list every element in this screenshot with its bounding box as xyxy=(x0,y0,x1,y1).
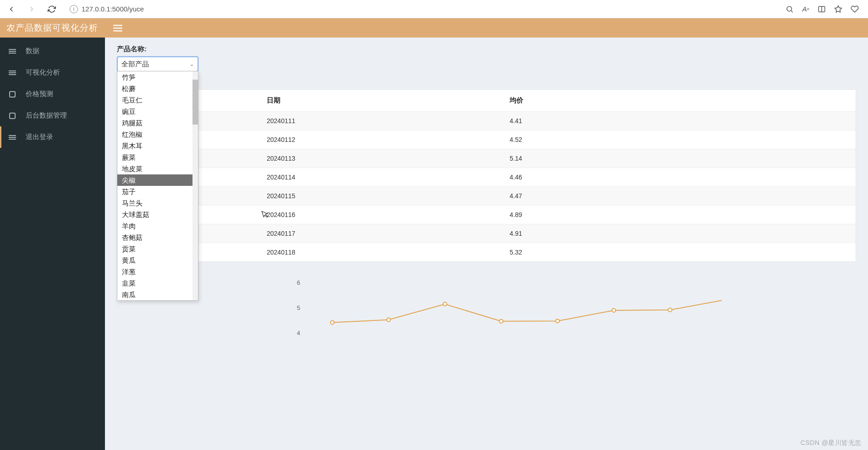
svg-point-2 xyxy=(330,320,334,324)
sidebar-item-label: 价格预测 xyxy=(26,90,53,98)
cell-date: 20240115 xyxy=(259,187,502,206)
filter-form: 产品名称: 全部产品 ⌄ 竹笋松蘑毛豆仁豌豆鸡腿菇红泡椒黑木耳蕨菜地皮菜尖椒茄子… xyxy=(117,45,856,72)
price-table: 产品名称 日期 均价 202401114.41202401124.5220240… xyxy=(117,90,856,261)
chevron-down-icon: ⌄ xyxy=(190,61,194,67)
table-row: 202401124.52 xyxy=(117,130,856,149)
dropdown-option[interactable]: 毛豆仁 xyxy=(117,94,198,106)
product-dropdown[interactable]: 竹笋松蘑毛豆仁豌豆鸡腿菇红泡椒黑木耳蕨菜地皮菜尖椒茄子马兰头大球盖菇羊肉杏鲍菇贡… xyxy=(117,71,198,301)
svg-point-7 xyxy=(612,309,615,312)
sidebar-toggle[interactable] xyxy=(112,22,124,34)
sidebar-item-admin[interactable]: 后台数据管理 xyxy=(0,105,105,126)
menu-icon xyxy=(8,69,16,77)
refresh-button[interactable] xyxy=(45,2,59,16)
cell-price: 4.46 xyxy=(502,168,856,187)
dropdown-option[interactable]: 贡菜 xyxy=(117,243,198,255)
table-row: 202401185.32 xyxy=(117,243,856,262)
cell-date: 20240116 xyxy=(259,206,502,224)
dropdown-option[interactable]: 南瓜 xyxy=(117,289,198,300)
cell-price: 4.52 xyxy=(502,130,856,149)
split-icon[interactable] xyxy=(818,5,826,13)
product-label: 产品名称: xyxy=(117,45,856,54)
sidebar-item-label: 可视化分析 xyxy=(26,68,60,77)
sidebar-item-label: 退出登录 xyxy=(26,133,53,141)
cell-price: 5.32 xyxy=(502,243,856,262)
dropdown-option[interactable]: 红泡椒 xyxy=(117,129,198,140)
menu-icon xyxy=(8,47,16,55)
table-row: 202401174.91 xyxy=(117,224,856,243)
cell-price: 4.47 xyxy=(502,187,856,206)
th-date: 日期 xyxy=(259,90,502,112)
cell-price: 4.41 xyxy=(502,112,856,130)
svg-point-5 xyxy=(500,320,503,323)
sidebar-item-forecast[interactable]: 价格预测 xyxy=(0,83,105,105)
cell-date: 20240111 xyxy=(259,112,502,130)
select-value: 全部产品 xyxy=(121,60,149,69)
app-title: 农产品数据可视化分析 xyxy=(6,22,98,34)
menu-icon xyxy=(8,133,16,141)
forward-button[interactable] xyxy=(25,2,38,16)
cell-date: 20240112 xyxy=(259,130,502,149)
dropdown-option[interactable]: 地皮菜 xyxy=(117,163,198,174)
svg-point-0 xyxy=(787,6,792,11)
read-aloud-icon[interactable]: A» xyxy=(802,5,809,13)
line-chart-svg xyxy=(309,280,722,340)
cell-date: 20240113 xyxy=(259,149,502,168)
favorite-icon[interactable] xyxy=(834,5,842,13)
cell-date: 20240114 xyxy=(259,168,502,187)
collections-icon[interactable] xyxy=(851,5,859,13)
sidebar-item-logout[interactable]: 退出登录 xyxy=(0,126,105,148)
hamburger-icon xyxy=(113,23,122,33)
browser-actions: A» xyxy=(786,5,863,13)
sidebar-item-visualize[interactable]: 可视化分析 xyxy=(0,62,105,83)
y-tick-label: 5 xyxy=(297,304,300,311)
dropdown-option[interactable]: 竹笋 xyxy=(117,71,198,83)
main-content: 产品名称: 全部产品 ⌄ 竹笋松蘑毛豆仁豌豆鸡腿菇红泡椒黑木耳蕨菜地皮菜尖椒茄子… xyxy=(105,38,868,450)
dropdown-option[interactable]: 韭菜 xyxy=(117,277,198,289)
product-select[interactable]: 全部产品 ⌄ xyxy=(117,56,198,72)
table-row: 202401154.47 xyxy=(117,187,856,206)
dropdown-option[interactable]: 蕨菜 xyxy=(117,152,198,163)
data-table-card: 产品名称 日期 均价 202401114.41202401124.5220240… xyxy=(117,89,856,262)
th-price: 均价 xyxy=(502,90,856,112)
cell-date: 20240118 xyxy=(259,243,502,262)
svg-point-6 xyxy=(555,319,559,323)
checkbox-icon xyxy=(8,90,16,98)
dropdown-option[interactable]: 羊肉 xyxy=(117,220,198,232)
cell-date: 20240117 xyxy=(259,224,502,243)
cell-price: 4.91 xyxy=(502,224,856,243)
sidebar: 数据 可视化分析 价格预测 后台数据管理 退出登录 xyxy=(0,38,105,450)
svg-point-3 xyxy=(387,318,390,321)
sidebar-item-data[interactable]: 数据 xyxy=(0,40,105,62)
address-bar[interactable]: i 127.0.0.1:5000/yuce xyxy=(65,2,779,16)
dropdown-option[interactable]: 黑木耳 xyxy=(117,140,198,152)
back-button[interactable] xyxy=(5,2,18,16)
dropdown-option[interactable]: 茄子 xyxy=(117,186,198,197)
watermark: CSDN @星川皆无恙 xyxy=(801,439,862,447)
table-row: 202401135.14 xyxy=(117,149,856,168)
scrollbar-thumb[interactable] xyxy=(192,80,198,125)
dropdown-option[interactable]: 洋葱 xyxy=(117,266,198,277)
dropdown-option[interactable]: 大球盖菇 xyxy=(117,209,198,220)
checkbox-icon xyxy=(8,112,16,120)
table-row: 202401164.89 xyxy=(117,206,856,224)
app-header: 农产品数据可视化分析 xyxy=(0,18,868,38)
cell-price: 4.89 xyxy=(502,206,856,224)
site-info-icon[interactable]: i xyxy=(70,5,78,13)
table-row: 202401114.41 xyxy=(117,112,856,130)
y-tick-label: 4 xyxy=(297,330,300,336)
url-text: 127.0.0.1:5000/yuce xyxy=(82,5,144,13)
zoom-icon[interactable] xyxy=(786,5,794,13)
dropdown-option[interactable]: 豌豆 xyxy=(117,106,198,117)
dropdown-option[interactable]: 黄瓜 xyxy=(117,255,198,266)
dropdown-option[interactable]: 尖椒 xyxy=(117,174,198,186)
browser-toolbar: i 127.0.0.1:5000/yuce A» xyxy=(0,0,868,18)
dropdown-option[interactable]: 鸡腿菇 xyxy=(117,117,198,129)
dropdown-option[interactable]: 杏鲍菇 xyxy=(117,232,198,243)
y-tick-label: 6 xyxy=(297,279,300,286)
svg-point-4 xyxy=(443,302,447,306)
dropdown-option[interactable]: 马兰头 xyxy=(117,197,198,209)
dropdown-option[interactable]: 松蘑 xyxy=(117,83,198,94)
table-row: 202401144.46 xyxy=(117,168,856,187)
sidebar-item-label: 后台数据管理 xyxy=(26,111,67,120)
cell-price: 5.14 xyxy=(502,149,856,168)
